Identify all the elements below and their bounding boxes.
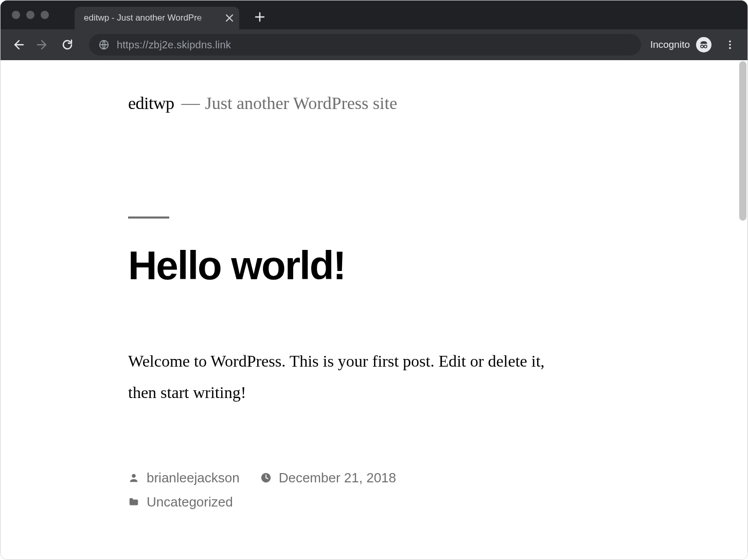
close-icon[interactable] [226, 14, 233, 22]
svg-point-4 [729, 44, 731, 46]
post-excerpt: Welcome to WordPress. This is your first… [128, 346, 576, 408]
folder-icon [128, 496, 139, 508]
tab-title: editwp - Just another WordPre [84, 13, 221, 23]
window-controls [5, 11, 56, 19]
scrollbar-thumb[interactable] [739, 61, 746, 221]
incognito-label: Incognito [650, 39, 690, 50]
svg-point-2 [704, 45, 707, 48]
post-title[interactable]: Hello world! [128, 242, 576, 289]
window-close-dot[interactable] [12, 11, 20, 19]
post-title-text: Hello world! [128, 243, 345, 288]
post-author-name: brianleejackson [147, 470, 240, 486]
window-zoom-dot[interactable] [41, 11, 49, 19]
new-tab-button[interactable] [252, 9, 268, 25]
page-viewport: editwp — Just another WordPress site Hel… [1, 60, 747, 559]
url-text: https://zbj2e.skipdns.link [117, 39, 231, 51]
tab-strip: editwp - Just another WordPre [1, 1, 747, 29]
person-icon [128, 472, 139, 483]
incognito-icon[interactable] [696, 37, 711, 52]
kebab-menu-icon[interactable] [718, 32, 742, 57]
reload-button[interactable] [55, 32, 80, 57]
browser-tab[interactable]: editwp - Just another WordPre [75, 7, 239, 29]
address-bar[interactable]: https://zbj2e.skipdns.link [89, 34, 641, 56]
browser-toolbar: https://zbj2e.skipdns.link Incognito [1, 29, 747, 60]
post-meta: brianleejackson December 21, 2018 [128, 470, 576, 510]
wordpress-page: editwp — Just another WordPress site Hel… [128, 60, 576, 510]
svg-point-3 [729, 41, 731, 43]
svg-point-6 [132, 474, 135, 478]
browser-chrome: editwp - Just another WordPre https://zb… [1, 1, 747, 60]
site-description: Just another WordPress site [205, 94, 397, 113]
title-separator: — [182, 92, 198, 114]
title-rule [128, 216, 169, 219]
svg-point-5 [729, 47, 731, 49]
site-title-link[interactable]: editwp [128, 94, 174, 113]
clock-icon [260, 472, 272, 483]
post-author[interactable]: brianleejackson [128, 470, 240, 486]
post-category-name: Uncategorized [147, 494, 233, 510]
forward-button[interactable] [30, 32, 55, 57]
window-minimize-dot[interactable] [26, 11, 34, 19]
post-date-text: December 21, 2018 [279, 470, 396, 486]
post: Hello world! Welcome to WordPress. This … [128, 216, 576, 510]
toolbar-right: Incognito [645, 32, 742, 57]
globe-icon [98, 39, 110, 50]
back-button[interactable] [6, 32, 30, 57]
svg-point-1 [701, 45, 703, 48]
post-date[interactable]: December 21, 2018 [260, 470, 396, 486]
site-header: editwp — Just another WordPress site [128, 92, 576, 114]
post-category[interactable]: Uncategorized [128, 494, 233, 510]
